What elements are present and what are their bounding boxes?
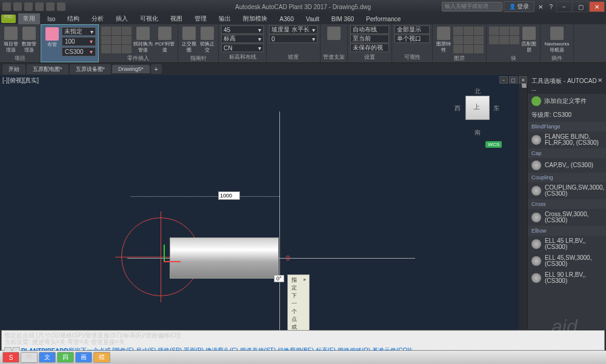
navisworks-button[interactable]: Navisworks 导航器 [543,25,571,55]
tab-output[interactable]: 输出 [214,13,236,24]
toggle-ortho-button[interactable]: 切换正交 [199,25,216,55]
viewport-minimize-button[interactable]: − [499,76,508,84]
tab-addins[interactable]: 附加模块 [238,13,272,24]
spec-label: 等级库: CS300 [528,108,606,122]
panel-compass: 正交视图 切换正交 指南针 [178,24,219,62]
section-blindflange[interactable]: BlindFlange [528,122,606,131]
taskbar-btn-mode[interactable]: 模 [93,352,110,363]
tab-performance[interactable]: Performance [361,15,405,24]
section-cross[interactable]: Cross [528,199,606,209]
line-to-pipe-button[interactable]: 线转换为管道 [133,25,153,55]
part-grid[interactable] [101,27,132,53]
view-label[interactable]: [-][俯视][真实] [2,77,39,84]
single-viewport-dropdown[interactable]: 单个视口 [395,35,430,43]
close-button[interactable]: ✕ [589,1,605,12]
document-tabs: 开始 五原配电图* 五原设备图* Drawing5* + [0,63,606,75]
section-cap[interactable]: Cap [528,148,606,158]
app-menu-button[interactable]: P3D [1,15,16,23]
item-cap[interactable]: CAP,BV,, (CS300) [528,158,606,173]
login-button[interactable]: 👤 登录 [504,1,535,12]
doc-tab-start[interactable]: 开始 [2,64,25,74]
item-cross[interactable]: Cross,SW,3000, (CS300) [528,209,606,226]
elevation-dropdown[interactable]: 标高▾ [221,35,264,43]
taskbar-btn-s[interactable]: S [2,352,19,363]
pipe-segment[interactable] [170,237,279,279]
taskbar-btn-cn[interactable]: 中 [21,352,38,363]
tab-home[interactable]: 常用 [18,13,40,24]
qat-undo-icon[interactable] [35,2,44,11]
section-elbow[interactable]: Elbow [528,226,606,236]
auto-route-dropdown[interactable]: 自动布线 [350,25,389,34]
to-current-dropdown[interactable]: 至当前 [350,35,389,43]
tab-analysis[interactable]: 分析 [87,13,108,24]
taskbar-btn-draw[interactable]: 画 [75,352,92,363]
help-search-input[interactable]: 输入关键字或短语 [442,2,502,12]
cmd-history-2: 当前设置: 捷进弯头=关 弯管=关 管道直接=关 [4,339,602,345]
maximize-button[interactable]: ▢ [573,1,588,12]
wcs-badge[interactable]: WCS [485,141,502,148]
doc-tab-1[interactable]: 五原配电图* [27,64,68,74]
show-all-dropdown[interactable]: 全部显示 [395,25,430,34]
viewcube[interactable]: 北 西 东 南 WCS [453,87,502,142]
item-elbow-45sw[interactable]: ELL 45,SW,3000, (CS300) [528,253,606,270]
data-manager-button[interactable]: 数据管理器 [21,25,38,55]
tab-view[interactable]: 视图 [165,13,187,24]
qat-save-icon[interactable] [24,2,33,11]
tab-visualize[interactable]: 可视化 [135,13,163,24]
tab-vault[interactable]: Vault [301,15,324,24]
palette-side-tabs[interactable]: 快速查看管道和检视器 [519,75,527,329]
viewport-maximize-button[interactable]: ▢ [509,76,518,84]
add-doc-tab-button[interactable]: + [151,64,162,74]
pipe-support-button[interactable] [325,25,342,42]
tab-manage[interactable]: 管理 [190,13,211,24]
item-elbow-90lr[interactable]: ELL 90 LR,BV,, (CS300) [528,270,606,286]
palette-close-icon[interactable]: ✕ [598,77,602,92]
tab-a360[interactable]: A360 [275,15,298,24]
viewcube-cube[interactable] [465,96,490,120]
unspecified-dropdown[interactable]: 未指定▾ [62,27,96,36]
dimension-input[interactable] [218,191,240,200]
ortho-view-button[interactable]: 正交视图 [181,25,198,55]
viewport-close-button[interactable]: ✕ [519,76,527,84]
item-elbow-45lr[interactable]: ELL 45 LR,BV,, (CS300) [528,236,606,253]
tab-bim360[interactable]: BIM 360 [327,15,359,24]
tab-structure[interactable]: 结构 [62,13,84,24]
minimize-button[interactable]: − [556,1,572,12]
qat-open-icon[interactable] [13,2,22,11]
dynamic-input-tooltip: 指定下一个点或 [287,274,310,333]
panel-pipe-support: 管道支架 [321,24,348,62]
window-title: Autodesk AutoCAD Plant 3D 2017 - Drawing… [235,4,371,10]
command-bar[interactable]: 指定起点或 [尺寸(S)/规格(SP)/管道直接(ST)/标高(E)/管路偏移(… [1,330,605,351]
angle-dropdown[interactable]: 45▾ [221,25,264,34]
compass-v-axis [161,211,161,302]
tab-insert[interactable]: 插入 [111,13,133,24]
taskbar-btn-4[interactable]: 四 [57,352,74,363]
route-pipe-button[interactable]: 布管 [44,26,61,49]
taskbar-btn-text[interactable]: 文 [39,352,56,363]
doc-tab-3[interactable]: Drawing5* [112,65,150,73]
size-dropdown[interactable]: 100▾ [62,37,96,46]
qat-print-icon[interactable] [57,2,65,11]
item-coupling[interactable]: COUPLING,SW,3000, (CS300) [528,182,606,199]
slope-angle-dropdown[interactable]: 0▾ [269,35,318,43]
qat-redo-icon[interactable] [46,2,55,11]
spec-dropdown[interactable]: CS300▾ [62,47,96,56]
layer-tools-grid[interactable] [453,27,484,53]
help-icon[interactable]: ? [547,4,555,10]
add-custom-part-button[interactable]: 添加自定义零件 [528,94,606,108]
unsaved-view-dropdown[interactable]: 未保存的视 [350,44,389,52]
doc-tab-2[interactable]: 五原设备图* [70,64,112,74]
block-tools-grid[interactable] [489,27,519,53]
item-flange-blind[interactable]: FLANGE BLIND, FL,RF,300, (CS300) [528,131,606,148]
pcf-to-pipe-button[interactable]: PCF到管道 [155,25,175,55]
tab-iso[interactable]: Iso [42,15,60,24]
layer-properties-button[interactable]: 图层特性 [435,25,452,55]
match-layer-button[interactable]: 匹配图层 [521,25,538,55]
slope-display-dropdown[interactable]: 坡度显 水平长▾ [269,25,318,34]
project-manager-button[interactable]: 项目管理器 [2,25,19,55]
cn-dropdown[interactable]: CN▾ [221,44,264,52]
section-coupling[interactable]: Coupling [528,173,606,182]
ucs-icon [164,245,181,262]
drawing-canvas[interactable]: [-][俯视][真实] − ▢ ✕ 北 西 东 南 WCS 0 [0,75,519,329]
exchange-icon[interactable]: ✕ [536,4,545,10]
